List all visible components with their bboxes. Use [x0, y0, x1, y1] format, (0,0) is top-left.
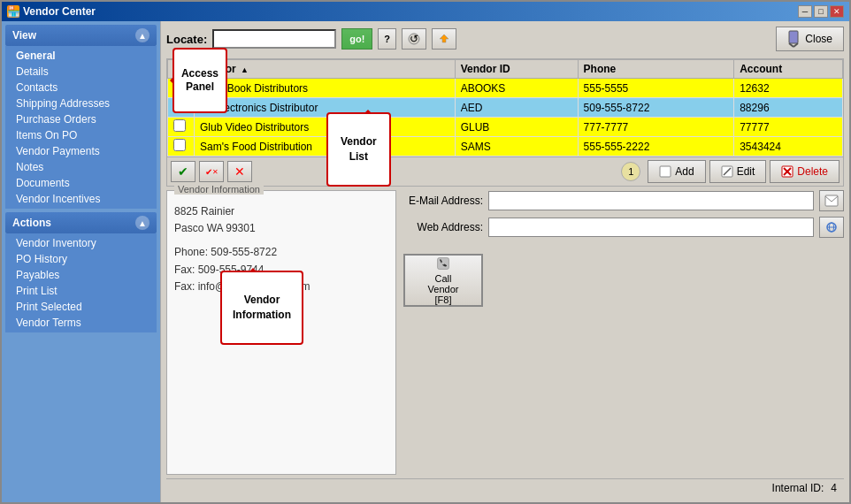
web-input[interactable]: [488, 218, 814, 237]
sidebar-item-purchase-orders[interactable]: Purchase Orders: [5, 111, 157, 127]
table-toolbar: ✔ ✔✕ ✕ 1 Add Edit: [167, 157, 843, 186]
window-close-button[interactable]: ✕: [830, 5, 844, 18]
sidebar-item-vendor-incentives[interactable]: Vendor Incentives: [5, 191, 157, 207]
sidebar-item-general[interactable]: General: [5, 48, 157, 64]
svg-rect-16: [438, 258, 449, 270]
back-icon: ↺: [408, 33, 420, 45]
vendor-id-3: GLUB: [455, 118, 578, 137]
sidebar-actions-header: Actions ▲: [5, 212, 157, 233]
sidebar-item-items-on-po[interactable]: Items On PO: [5, 127, 157, 143]
sidebar-view-section: View ▲ Access Panel General Details: [5, 25, 157, 209]
add-button[interactable]: Add: [648, 160, 705, 183]
phone-2: 509-555-8722: [578, 98, 734, 118]
sidebar-view-items: Access Panel General Details Contacts Sh…: [5, 46, 157, 209]
vendor-info-box: Vendor Information 8825 Rainier Pasco WA…: [166, 190, 396, 475]
sidebar-view-header: View ▲: [5, 25, 157, 46]
web-label: Web Address:: [403, 221, 483, 233]
vendor-name-4: Sam's Food Distribution: [195, 137, 456, 157]
window-controls: ─ □ ✕: [798, 5, 844, 18]
address-line1: 8825 Rainier: [174, 203, 388, 220]
sidebar-item-contacts[interactable]: Contacts: [5, 80, 157, 95]
phone-4: 555-555-2222: [578, 137, 734, 157]
check-partial-button[interactable]: ✔✕: [199, 161, 224, 182]
row-checkbox-3[interactable]: [173, 119, 186, 132]
svg-line-4: [789, 43, 794, 47]
check-all-button[interactable]: ✔: [171, 161, 196, 182]
vendor-column-header[interactable]: Vendor ▲: [195, 60, 456, 79]
email-button[interactable]: [819, 190, 844, 211]
sidebar-item-shipping-addresses[interactable]: Shipping Addresses: [5, 95, 157, 111]
vendor-id-2: AED: [455, 98, 578, 118]
sidebar-item-print-list[interactable]: Print List: [5, 283, 157, 299]
sidebar: View ▲ Access Panel General Details: [2, 21, 161, 502]
help-button[interactable]: ?: [378, 28, 396, 50]
uncheck-all-button[interactable]: ✕: [227, 161, 252, 182]
phone-column-header[interactable]: Phone: [578, 60, 734, 79]
address-line2: Pasco WA 99301: [174, 220, 388, 237]
maximize-button[interactable]: □: [814, 5, 828, 18]
locate-label: Locate:: [166, 33, 207, 46]
vendor-phone: Phone: 509-555-8722: [174, 244, 388, 261]
refresh-icon: [438, 33, 450, 45]
account-column-header[interactable]: Account: [734, 60, 843, 79]
table-row[interactable]: Abes Book Distributors ABOOKS 555-5555 1…: [168, 79, 843, 98]
sidebar-item-notes[interactable]: Notes: [5, 159, 157, 175]
selection-badge: 1: [621, 162, 640, 181]
vendor-information-callout: Vendor Information: [220, 271, 303, 345]
svg-line-5: [794, 43, 798, 47]
sidebar-item-print-selected[interactable]: Print Selected: [5, 299, 157, 315]
go-button[interactable]: go!: [341, 28, 372, 50]
minimize-button[interactable]: ─: [798, 5, 812, 18]
internal-id-value: 4: [831, 482, 837, 494]
vendor-info-section: Vendor Information 8825 Rainier Pasco WA…: [166, 190, 844, 475]
sidebar-item-po-history[interactable]: PO History: [5, 251, 157, 267]
refresh-button[interactable]: [432, 28, 456, 50]
web-button[interactable]: [819, 217, 844, 238]
sidebar-item-payables[interactable]: Payables: [5, 267, 157, 283]
vendor-table: Vendor ▲ Vendor ID Phone Account: [167, 59, 843, 157]
table-row[interactable]: All Electronics Distributor AED 509-555-…: [168, 98, 843, 118]
email-input[interactable]: [488, 191, 814, 210]
internal-id-label: Internal ID:: [772, 482, 824, 494]
vendor-name-2: All Electronics Distributor: [195, 98, 456, 118]
svg-marker-2: [440, 34, 448, 42]
table-row[interactable]: Glub Video Distributors GLUB 777-7777 77…: [168, 118, 843, 137]
row-checkbox-4[interactable]: [173, 139, 186, 151]
title-bar: 🏪 Vendor Center ─ □ ✕: [2, 2, 849, 21]
close-button-icon: [787, 30, 801, 48]
phone-icon: [431, 256, 456, 271]
email-label: E-Mail Address:: [403, 195, 483, 207]
back-button[interactable]: ↺: [402, 28, 426, 50]
window-title: Vendor Center: [23, 5, 96, 18]
call-vendor-area: Call Vendor [F8]: [403, 247, 844, 307]
email-icon: [824, 195, 839, 207]
vendor-table-header: Vendor ▲ Vendor ID Phone Account: [168, 60, 843, 79]
edit-button[interactable]: Edit: [709, 160, 767, 183]
app-icon: 🏪: [7, 5, 19, 18]
locate-bar: Locate: go! ? ↺ Close: [166, 27, 844, 55]
vendor-id-column-header[interactable]: Vendor ID: [455, 60, 578, 79]
access-panel-callout: Access Panel: [172, 48, 227, 113]
view-collapse-icon[interactable]: ▲: [135, 28, 150, 42]
delete-button[interactable]: Delete: [770, 160, 840, 183]
sidebar-item-documents[interactable]: Documents: [5, 175, 157, 191]
account-1: 12632: [734, 79, 843, 98]
vendor-list-callout: Vendor List: [326, 112, 391, 187]
edit-icon: [721, 165, 733, 178]
call-vendor-button[interactable]: Call Vendor [F8]: [403, 254, 483, 307]
vendor-id-4: SAMS: [455, 137, 578, 157]
account-2: 88296: [734, 98, 843, 118]
vendor-id-1: ABOOKS: [455, 79, 578, 98]
sidebar-item-vendor-terms[interactable]: Vendor Terms: [5, 315, 157, 331]
sidebar-item-vendor-inventory[interactable]: Vendor Inventory: [5, 235, 157, 251]
table-row[interactable]: Sam's Food Distribution SAMS 555-555-222…: [168, 137, 843, 157]
close-button[interactable]: Close: [776, 27, 844, 51]
locate-input[interactable]: [212, 29, 336, 49]
sidebar-item-vendor-payments[interactable]: Vendor Payments: [5, 143, 157, 159]
svg-text:↺: ↺: [410, 33, 418, 45]
phone-1: 555-5555: [578, 79, 734, 98]
vendor-name-3: Glub Video Distributors: [195, 118, 456, 137]
actions-collapse-icon[interactable]: ▲: [135, 216, 150, 230]
sidebar-item-details[interactable]: Details: [5, 64, 157, 80]
svg-rect-6: [660, 166, 671, 177]
